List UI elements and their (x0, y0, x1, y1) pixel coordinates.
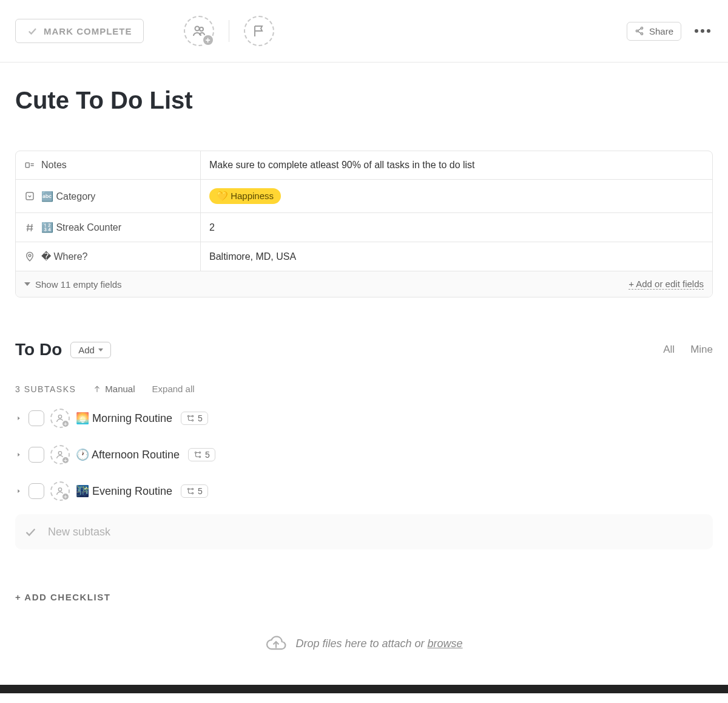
plus-badge-icon: + (202, 34, 214, 46)
svg-point-20 (192, 415, 193, 416)
subtask-tree-icon (186, 414, 195, 423)
share-icon (635, 26, 644, 36)
add-subtask-button[interactable]: Add (70, 342, 111, 358)
field-value[interactable]: 2 (201, 213, 712, 242)
caret-down-icon (98, 348, 103, 352)
plus-badge-icon: + (61, 456, 70, 464)
subtask-name[interactable]: 🕐 Afternoon Routine (76, 448, 180, 461)
todo-section: To Do Add All Mine 3 SUBTASKS Manual Exp… (15, 340, 713, 549)
field-row: � Where? Baltimore, MD, USA (16, 242, 712, 271)
subtask-count-badge[interactable]: 5 (188, 448, 215, 461)
count-value: 5 (198, 413, 203, 423)
assignee-button[interactable]: + (50, 481, 70, 501)
new-subtask-placeholder: New subtask (48, 526, 110, 538)
share-label: Share (649, 26, 673, 36)
section-header: To Do Add All Mine (15, 340, 713, 359)
field-label[interactable]: � Where? (16, 242, 201, 271)
svg-point-26 (199, 452, 200, 453)
subtask-name[interactable]: 🌃 Evening Routine (76, 484, 172, 498)
field-value[interactable]: Baltimore, MD, USA (201, 242, 712, 271)
svg-point-19 (187, 415, 189, 416)
subtask-name[interactable]: 🌅 Morning Routine (76, 412, 172, 425)
number-type-icon (24, 222, 35, 233)
subtask-item: + 🌅 Morning Routine 5 (15, 405, 713, 432)
more-options-button[interactable] (692, 27, 713, 35)
subtask-count-badge[interactable]: 5 (181, 412, 208, 425)
dropzone-text: Drop files here to attach or browse (295, 637, 462, 650)
tab-mine[interactable]: Mine (690, 344, 713, 356)
svg-point-27 (199, 456, 200, 457)
field-label-text: � Where? (41, 251, 87, 262)
subtask-checkbox[interactable] (29, 483, 44, 499)
count-value: 5 (198, 486, 203, 496)
field-label-text: Notes (41, 160, 67, 171)
subtask-tree-icon (194, 450, 202, 459)
field-value-text[interactable]: Baltimore, MD, USA (209, 251, 296, 262)
svg-point-32 (192, 488, 193, 489)
field-row: 🔢 Streak Counter 2 (16, 213, 712, 242)
page-title[interactable]: Cute To Do List (15, 87, 713, 114)
svg-point-0 (195, 27, 199, 31)
subtask-item: + 🌃 Evening Routine 5 (15, 478, 713, 504)
sort-toggle[interactable]: Manual (93, 384, 135, 394)
expand-chevron[interactable] (15, 415, 22, 421)
add-checklist-button[interactable]: + ADD CHECKLIST (15, 592, 713, 602)
plus-badge-icon: + (61, 492, 70, 501)
subtask-count-badge[interactable]: 5 (181, 484, 208, 498)
file-dropzone[interactable]: Drop files here to attach or browse (15, 627, 713, 673)
plus-badge-icon: + (61, 419, 70, 428)
svg-point-25 (195, 452, 196, 453)
subtask-checkbox[interactable] (29, 410, 44, 426)
custom-fields-table: Notes Make sure to complete atleast 90% … (15, 151, 713, 297)
field-label[interactable]: Notes (16, 151, 201, 179)
dropdown-type-icon (24, 191, 35, 202)
field-value[interactable]: Make sure to complete atleast 90% of all… (201, 151, 712, 179)
svg-point-24 (58, 452, 61, 455)
expand-chevron[interactable] (15, 488, 22, 494)
flag-button[interactable] (244, 16, 274, 46)
svg-point-18 (58, 415, 61, 418)
tab-all[interactable]: All (663, 344, 675, 356)
svg-point-15 (29, 254, 31, 256)
field-value-text[interactable]: 2 (209, 222, 215, 233)
subtask-filter-tabs: All Mine (663, 344, 713, 356)
subtask-toolbar: 3 SUBTASKS Manual Expand all (15, 384, 713, 394)
field-row: 🔤 Category 💛 Happiness (16, 180, 712, 213)
show-empty-fields-toggle[interactable]: Show 11 empty fields (24, 279, 122, 290)
field-label-text: 🔢 Streak Counter (41, 222, 121, 233)
svg-point-31 (187, 488, 189, 489)
category-tag[interactable]: 💛 Happiness (209, 188, 281, 204)
svg-point-30 (58, 488, 61, 491)
sort-label: Manual (105, 384, 135, 394)
divider (229, 20, 229, 42)
field-label[interactable]: 🔤 Category (16, 180, 201, 212)
expand-chevron[interactable] (15, 452, 22, 458)
caret-down-icon (24, 282, 30, 286)
browse-link[interactable]: browse (428, 637, 463, 650)
expand-all-link[interactable]: Expand all (152, 384, 195, 394)
field-row: Notes Make sure to complete atleast 90% … (16, 151, 712, 180)
assignee-button[interactable]: + (50, 445, 70, 464)
add-people-button[interactable]: + (184, 16, 214, 46)
top-bar: MARK COMPLETE + Share (0, 0, 728, 63)
assignee-button[interactable]: + (50, 409, 70, 428)
mark-complete-label: MARK COMPLETE (44, 26, 132, 36)
field-label[interactable]: 🔢 Streak Counter (16, 213, 201, 242)
check-icon (24, 525, 37, 538)
show-empty-label: Show 11 empty fields (35, 279, 122, 290)
section-title: To Do (15, 340, 62, 359)
cloud-upload-icon (265, 633, 287, 654)
bottom-strip (0, 685, 728, 693)
add-edit-fields-link[interactable]: + Add or edit fields (629, 279, 704, 290)
field-value-text[interactable]: Make sure to complete atleast 90% of all… (209, 160, 475, 171)
subtask-checkbox[interactable] (29, 447, 44, 463)
mark-complete-button[interactable]: MARK COMPLETE (15, 19, 144, 43)
share-button[interactable]: Share (627, 22, 681, 41)
new-subtask-input[interactable]: New subtask (15, 514, 713, 549)
field-value[interactable]: 💛 Happiness (201, 180, 712, 212)
field-label-text: 🔤 Category (41, 191, 95, 202)
svg-line-6 (638, 32, 641, 33)
svg-marker-23 (18, 453, 19, 457)
subtask-item: + 🕐 Afternoon Routine 5 (15, 441, 713, 468)
arrow-up-icon (93, 385, 101, 393)
